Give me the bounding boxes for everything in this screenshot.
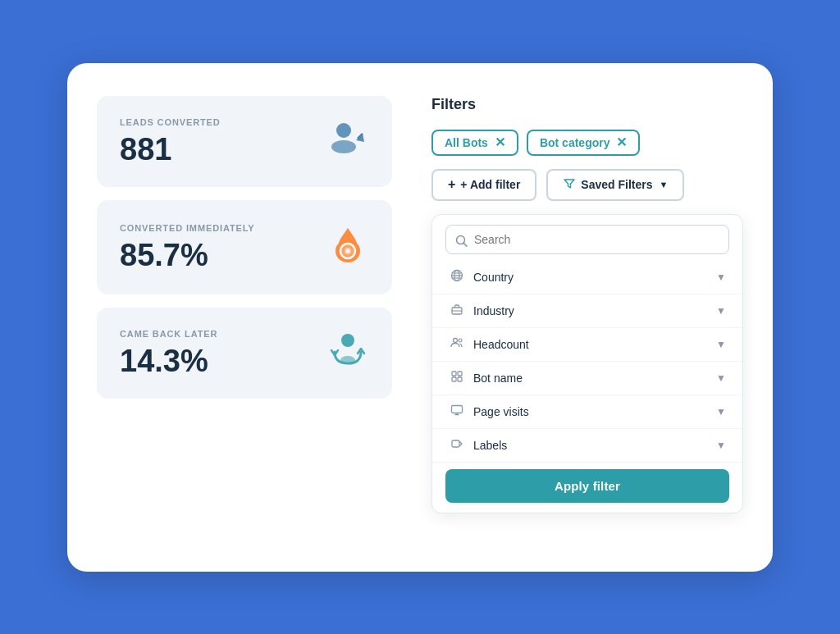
filter-item-industry[interactable]: Industry ▼ bbox=[432, 294, 742, 328]
svg-point-21 bbox=[459, 339, 462, 342]
saved-filters-button[interactable]: Saved Filters ▼ bbox=[546, 169, 684, 201]
came-back-later-value: 14.3% bbox=[120, 345, 217, 376]
tag-all-bots-close[interactable]: ✕ bbox=[495, 136, 505, 149]
headcount-arrow-icon: ▼ bbox=[716, 339, 726, 350]
grid-icon bbox=[449, 370, 465, 386]
search-input[interactable] bbox=[445, 225, 729, 254]
tag-icon bbox=[449, 437, 465, 454]
svg-rect-24 bbox=[452, 377, 456, 381]
people-icon bbox=[449, 336, 465, 353]
filter-item-labels[interactable]: Labels ▼ bbox=[432, 429, 742, 463]
tag-bot-category-label: Bot category bbox=[540, 136, 610, 149]
search-icon bbox=[455, 235, 468, 249]
saved-filters-label: Saved Filters bbox=[581, 178, 652, 191]
filters-title: Filters bbox=[431, 96, 743, 113]
globe-icon bbox=[449, 269, 465, 285]
fire-icon bbox=[326, 220, 369, 275]
svg-line-12 bbox=[464, 243, 468, 246]
svg-point-20 bbox=[454, 338, 458, 342]
tag-bot-category-close[interactable]: ✕ bbox=[616, 136, 627, 149]
leads-converted-label: LEADS CONVERTED bbox=[120, 117, 221, 127]
pagevisits-arrow-icon: ▼ bbox=[716, 406, 726, 417]
industry-arrow-icon: ▼ bbox=[716, 305, 726, 317]
labels-arrow-icon: ▼ bbox=[716, 440, 726, 451]
leads-icon bbox=[326, 116, 369, 167]
leads-converted-value: 881 bbox=[120, 134, 221, 165]
search-wrapper bbox=[432, 225, 742, 261]
svg-rect-23 bbox=[458, 372, 462, 376]
filter-item-pagevisits-label: Page visits bbox=[473, 405, 529, 418]
filter-item-headcount-label: Headcount bbox=[473, 338, 529, 351]
apply-filter-button[interactable]: Apply filter bbox=[445, 469, 729, 503]
plus-icon: + bbox=[448, 177, 455, 192]
svg-rect-25 bbox=[458, 377, 462, 381]
main-card: LEADS CONVERTED 881 CONVERTED IMMEDIATEL… bbox=[67, 63, 773, 572]
country-arrow-icon: ▼ bbox=[716, 271, 726, 283]
chevron-down-icon: ▼ bbox=[660, 180, 669, 189]
filter-dropdown: Country ▼ Industry ▼ bbox=[431, 214, 743, 513]
filter-item-labels-label: Labels bbox=[473, 439, 507, 452]
filter-funnel-icon bbox=[563, 177, 576, 193]
monitor-icon bbox=[449, 404, 465, 420]
svg-point-1 bbox=[331, 140, 356, 153]
briefcase-icon bbox=[449, 303, 465, 319]
filter-item-botname-label: Bot name bbox=[473, 372, 523, 385]
came-back-later-card: CAME BACK LATER 14.3% bbox=[97, 308, 392, 399]
filter-actions-row: + + Add filter Saved Filters ▼ bbox=[431, 169, 743, 201]
filter-item-country[interactable]: Country ▼ bbox=[432, 261, 742, 294]
filter-item-pagevisits[interactable]: Page visits ▼ bbox=[432, 395, 742, 429]
botname-arrow-icon: ▼ bbox=[716, 372, 726, 384]
svg-point-8 bbox=[346, 249, 349, 253]
filter-item-industry-label: Industry bbox=[473, 304, 514, 317]
filter-tags-row: All Bots ✕ Bot category ✕ bbox=[431, 130, 743, 156]
left-panel: LEADS CONVERTED 881 CONVERTED IMMEDIATEL… bbox=[97, 96, 392, 539]
tag-all-bots-label: All Bots bbox=[445, 136, 488, 149]
tag-all-bots[interactable]: All Bots ✕ bbox=[431, 130, 518, 156]
tag-bot-category[interactable]: Bot category ✕ bbox=[527, 130, 641, 156]
svg-point-10 bbox=[340, 356, 355, 364]
filter-item-country-label: Country bbox=[473, 271, 514, 284]
came-back-later-label: CAME BACK LATER bbox=[120, 329, 217, 339]
add-filter-label: + Add filter bbox=[460, 178, 520, 191]
svg-rect-29 bbox=[452, 440, 459, 447]
svg-rect-26 bbox=[452, 405, 463, 413]
right-panel: Filters All Bots ✕ Bot category ✕ + + Ad… bbox=[431, 96, 743, 539]
svg-point-9 bbox=[341, 334, 354, 347]
cameback-icon bbox=[326, 327, 369, 379]
converted-immediately-label: CONVERTED IMMEDIATELY bbox=[120, 223, 255, 233]
filter-item-headcount[interactable]: Headcount ▼ bbox=[432, 328, 742, 362]
converted-immediately-value: 85.7% bbox=[120, 239, 255, 271]
add-filter-button[interactable]: + + Add filter bbox=[431, 169, 536, 201]
leads-converted-card: LEADS CONVERTED 881 bbox=[97, 96, 392, 187]
svg-rect-22 bbox=[452, 372, 456, 376]
svg-point-0 bbox=[336, 123, 351, 138]
converted-immediately-card: CONVERTED IMMEDIATELY 85.7% bbox=[97, 200, 392, 294]
filter-item-botname[interactable]: Bot name ▼ bbox=[432, 362, 742, 395]
